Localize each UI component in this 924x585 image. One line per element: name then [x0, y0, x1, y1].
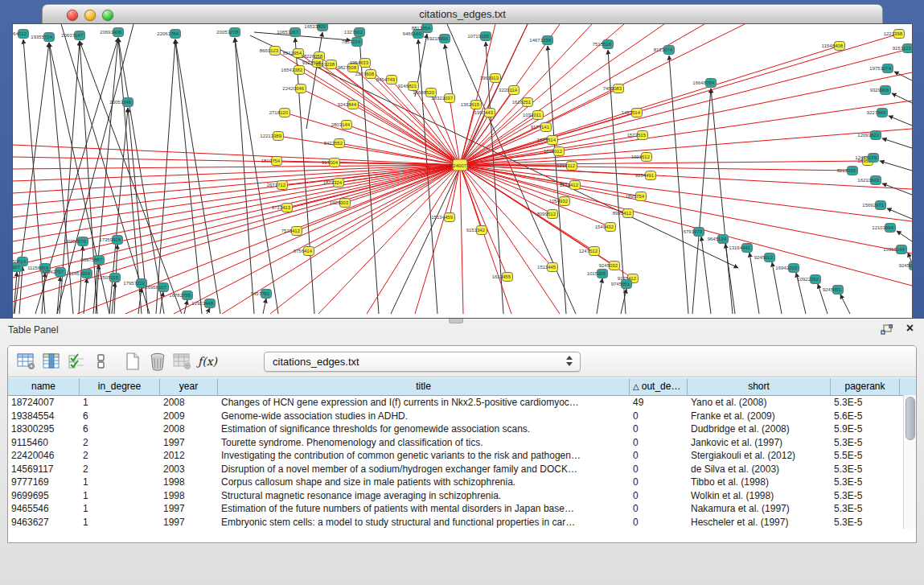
table-cell: Investigating the contribution of common… [218, 449, 630, 463]
table-panel-box: ƒ(x) citations_edges.txt namein_degreeye… [7, 345, 917, 543]
column-header-short[interactable]: short [688, 378, 831, 395]
table-row[interactable]: 1830029562008Estimation of significance … [8, 422, 916, 436]
column-header-pagerank[interactable]: pagerank [831, 378, 900, 395]
panel-splitter-grip[interactable] [449, 319, 463, 323]
table-cell: 5.3E-5 [831, 489, 900, 503]
table-header-row: namein_degreeyeartitle△out_de…shortpager… [8, 378, 916, 396]
table-cell: Dudbridge et al. (2008) [688, 422, 831, 436]
graph-node-label: 17359924 [99, 237, 121, 242]
close-panel-icon[interactable]: × [906, 321, 914, 336]
table-row[interactable]: 2242004622012Investigating the contribut… [8, 449, 916, 463]
graph-node-label: 9827508 [338, 65, 357, 70]
table-cell: 1997 [160, 516, 218, 529]
table-row[interactable]: 969969511998Structural magnetic resonanc… [8, 489, 916, 503]
table-row[interactable]: 1938455462009Genome-wide association stu… [8, 410, 916, 423]
node-table: namein_degreeyeartitle△out_de…shortpager… [8, 378, 916, 529]
table-cell: Jankovic et al. (1997) [688, 436, 831, 450]
graph-node-label: 12444139 [855, 155, 877, 160]
table-cell: Wolkin et al. (1998) [688, 489, 831, 503]
graph-node-label: 9227349 [867, 110, 886, 115]
table-row[interactable]: 1456911722003Disruption of a novel membe… [8, 463, 916, 476]
table-source-select[interactable]: citations_edges.txt [264, 352, 581, 372]
table-row[interactable]: 977716911998Corpus callosum shape and si… [8, 476, 916, 489]
graph-node-label: 3915907 [13, 265, 21, 270]
graph-node-label: 9146821 [398, 84, 417, 89]
table-cell: Estimation of the future numbers of pati… [218, 502, 630, 516]
graph-node-label: 1954633 [350, 60, 369, 65]
function-builder-icon[interactable]: ƒ(x) [197, 352, 218, 371]
table-toolbar: ƒ(x) citations_edges.txt [8, 346, 916, 377]
graph-node-label: 1032011 [523, 113, 542, 117]
new-table-icon[interactable] [122, 352, 143, 371]
select-all-checks-icon[interactable] [66, 352, 87, 371]
table-cell: 5.5E-5 [831, 449, 900, 463]
graph-node-label: 2671712 [267, 183, 286, 187]
table-cell: 2 [80, 463, 160, 476]
table-panel: Table Panel × [0, 319, 924, 585]
graph-node-label: 12103694 [872, 225, 893, 230]
graph-node-label: 9245012 [754, 255, 774, 260]
table-cell: Nakamura et al. (1997) [688, 502, 831, 516]
column-header-out_de[interactable]: △out_de… [630, 378, 688, 395]
float-panel-icon[interactable] [881, 324, 893, 336]
graph-node-label: 1810754 [261, 159, 281, 163]
sort-ascending-icon: △ [633, 382, 639, 391]
table-cell: 0 [630, 463, 688, 476]
graph-node-label: 9745051 [611, 282, 630, 286]
column-header-year[interactable]: year [160, 378, 218, 395]
row-height-icon[interactable] [91, 352, 112, 371]
column-header-name[interactable]: name [8, 378, 80, 395]
graph-node-label: 20637147 [61, 33, 83, 38]
table-cell: 0 [630, 489, 688, 503]
graph-node-label: 1577515 [627, 133, 647, 138]
table-cell: 1 [80, 396, 160, 410]
graph-node-label: 8099512 [537, 212, 556, 216]
table-scrollbar[interactable] [903, 395, 916, 529]
graph-node-label: 1895754 [626, 194, 645, 199]
graph-node-label: 2803144 [331, 122, 351, 127]
graph-node-label: 1549432 [595, 225, 614, 229]
table-settings-icon[interactable] [16, 352, 37, 371]
table-source-value: citations_edges.txt [273, 352, 359, 371]
select-columns-icon[interactable] [41, 352, 62, 371]
scrollbar-thumb[interactable] [906, 397, 915, 440]
window-titlebar[interactable]: citations_edges.txt [42, 4, 883, 24]
table-cell: 0 [630, 502, 688, 516]
table-cell: Embryonic stem cells: a model to study s… [218, 516, 630, 529]
table-cell: Estimation of significance thresholds fo… [218, 422, 630, 436]
graph-node-label: 6791973 [684, 229, 703, 234]
window-title: citations_edges.txt [43, 5, 882, 24]
table-row[interactable]: 911546021997Tourette syndrome. Phenomeno… [8, 436, 916, 450]
graph-node-label: 9245051 [823, 287, 842, 292]
graph-node-label: 16942210 [775, 266, 797, 270]
table-row[interactable]: 946362711997Embryonic stem cells: a mode… [8, 516, 916, 529]
graph-node-label: 12505115 [97, 275, 119, 280]
column-header-in_degree[interactable]: in_degree [80, 378, 160, 395]
table-cell: 1 [80, 502, 160, 516]
graph-node-label: 9733413 [272, 205, 291, 210]
graph-node-label: 9329966 [870, 88, 889, 93]
graph-node-label: 1247512 [579, 249, 598, 253]
graph-node-label: 2718120 [269, 110, 289, 115]
graph-node-label: 17957222 [123, 281, 145, 286]
graph-node-label: 20691406 [100, 30, 121, 35]
table-row[interactable]: 1872400712008Changes of HCN gene express… [8, 396, 916, 410]
table-cell: Corpus callosum shape and size in male p… [218, 476, 630, 489]
graph-node-label: 2367608 [355, 72, 375, 76]
table-cell: Yano et al. (2008) [688, 396, 831, 410]
table-cell: Structural magnetic resonance image aver… [218, 489, 630, 503]
network-canvas[interactable]: 8660123891295418226058912750816543382816… [12, 23, 913, 319]
table-row[interactable]: 946554611997Estimation of the future num… [8, 502, 916, 516]
table-cell: 9777169 [8, 476, 80, 489]
network-window: citations_edges.txt 86601238912954182260… [12, 3, 913, 319]
graph-node-label: 20053278 [216, 30, 238, 35]
graph-node-label: 9645134 [708, 237, 727, 241]
table-cell: Changes of HCN gene expression and I(f) … [218, 396, 630, 410]
graph-node-label: 14671338 [529, 38, 551, 43]
table-cell: 2012 [160, 449, 218, 463]
column-header-title[interactable]: title [218, 378, 630, 395]
delete-table-trash-icon[interactable] [147, 352, 168, 371]
graph-node-label: 12342757 [42, 270, 64, 274]
graph-node-label: 10365144 [883, 247, 905, 252]
graph-node-label: 15134459 [431, 215, 453, 220]
